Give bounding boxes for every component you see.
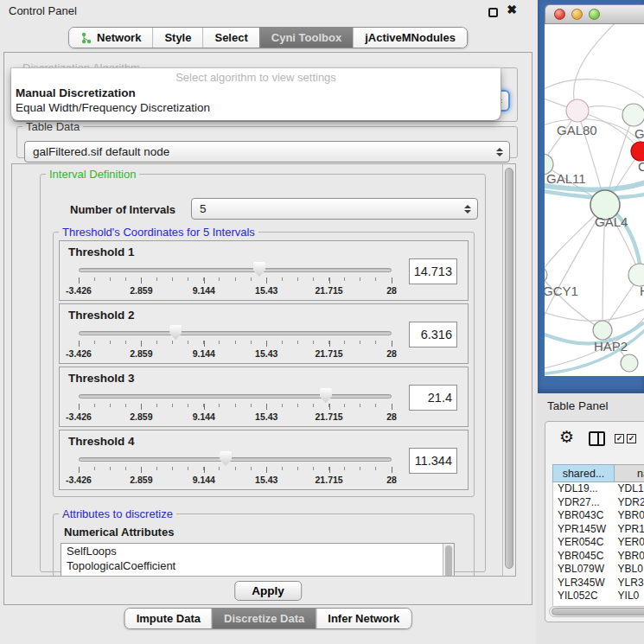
attribute-list-item[interactable]: SelfLoops (61, 544, 454, 558)
stepper-icon (496, 148, 503, 156)
scrollbar-thumb[interactable] (505, 168, 513, 569)
minimize-traffic-light-icon[interactable] (571, 9, 583, 20)
tab-infer-network[interactable]: Infer Network (316, 609, 411, 628)
slider-thumb[interactable] (253, 262, 265, 277)
tab-jactivemnodules[interactable]: jActiveMNodules (353, 28, 467, 48)
network-window-titlebar[interactable] (545, 4, 644, 24)
slider-track[interactable] (79, 394, 392, 399)
tab-cyni-toolbox[interactable]: Cyni Toolbox (259, 28, 353, 48)
node-hap2[interactable] (593, 321, 612, 340)
threshold-value-field[interactable]: 11.344 (409, 448, 457, 474)
threshold-value-field[interactable]: 21.4 (409, 385, 457, 411)
slider-thumb[interactable] (169, 325, 182, 340)
network-view-window: GAL80 GA C GAL11 GAL4 GCY1 H HAP2 (538, 0, 644, 393)
table-row[interactable]: YBR043CYBR0 (553, 509, 644, 523)
dropdown-option-manual[interactable]: Manual Discretization (11, 86, 501, 100)
node-partial-bottom[interactable] (621, 354, 638, 372)
node-gcy1[interactable] (545, 267, 547, 283)
threshold-panel: Threshold 3 -3.4262.8599.14415.4321.7152… (59, 367, 469, 427)
slider-thumb[interactable] (220, 451, 232, 466)
attribute-list-item[interactable]: TopologicalCoefficient (61, 558, 454, 573)
network-labels: GAL80 GA C GAL11 GAL4 GCY1 H HAP2 (545, 123, 644, 354)
checkbox-icon[interactable]: ✓ (627, 434, 636, 443)
tab-label: jActiveMNodules (365, 31, 456, 44)
num-intervals-label: Number of Intervals (70, 203, 175, 216)
table-data-combobox[interactable]: galFiltered.sif default node (24, 141, 510, 163)
tab-select[interactable]: Select (202, 28, 258, 48)
table-row[interactable]: YPR145WYPR1 (553, 523, 644, 537)
dropdown-option-equal-width[interactable]: Equal Width/Frequency Discretization (11, 100, 501, 115)
dropdown-hint: Select algorithm to view settings (11, 68, 501, 86)
slider-tick-labels: -3.4262.8599.14415.4321.71528 (79, 475, 392, 485)
tab-network[interactable]: Network (69, 28, 152, 48)
node-selected-red[interactable] (631, 142, 644, 161)
num-intervals-value: 5 (200, 202, 207, 215)
label-partial-h: H (640, 284, 644, 298)
slider-track[interactable] (79, 331, 392, 335)
attribute-list-item[interactable]: BetweennessCentrality (61, 573, 454, 577)
table-data-value: galFiltered.sif default node (33, 145, 169, 158)
node-partial-top[interactable] (622, 104, 644, 126)
table-header: shared... name (552, 464, 644, 482)
tab-discretize-data[interactable]: Discretize Data (212, 609, 316, 628)
table-row[interactable]: YBL079WYBL0 (553, 563, 644, 577)
vertical-scrollbar[interactable] (502, 164, 515, 576)
apply-button[interactable]: Apply (234, 581, 302, 601)
slider-tick-labels: -3.4262.8599.14415.4321.71528 (79, 285, 392, 296)
label-gal11: GAL11 (546, 171, 586, 186)
gear-icon[interactable]: ⚙ (559, 429, 574, 445)
table-cell: YIL052C (553, 590, 615, 603)
split-view-icon[interactable] (589, 431, 605, 446)
threshold-slider: -3.4262.8599.14415.4321.71528 (79, 241, 392, 300)
attributes-scrollbar[interactable] (443, 544, 454, 577)
table-cell: YBL0 (615, 563, 644, 577)
threshold-value-field[interactable]: 14.713 (409, 258, 457, 284)
column-header-name[interactable]: name (615, 464, 644, 482)
table-cell: YDL1 (615, 482, 644, 496)
tab-label: Infer Network (328, 612, 399, 625)
attributes-group-title: Attributes to discretize (59, 507, 176, 520)
slider-track[interactable] (79, 457, 392, 462)
threshold-slider: -3.4262.8599.14415.4321.71528 (79, 430, 392, 489)
zoom-traffic-light-icon[interactable] (589, 9, 600, 20)
slider-ticks (79, 404, 392, 411)
table-cell: YBR0 (615, 509, 644, 523)
checkbox-icon[interactable]: ✓ (615, 434, 624, 443)
network-canvas[interactable]: GAL80 GA C GAL11 GAL4 GCY1 H HAP2 (545, 24, 644, 376)
slider-track[interactable] (79, 268, 392, 272)
slider-thumb[interactable] (320, 388, 332, 403)
threshold-value-field[interactable]: 6.316 (409, 322, 457, 348)
slider-ticks (79, 277, 392, 284)
table-row[interactable]: YER054CYER0 (553, 536, 644, 550)
table-cell: YPR1 (615, 523, 644, 537)
table-row[interactable]: YLR345WYLR3 (553, 577, 644, 590)
cyni-toolbox-panel: Discretization Algorithm Select algorith… (3, 52, 532, 605)
label-partial-mid: C (638, 159, 644, 174)
table-panel-title: Table Panel (547, 399, 609, 412)
column-header-shared[interactable]: shared... (552, 464, 615, 482)
close-traffic-light-icon[interactable] (554, 9, 565, 20)
table-cell: YBR043C (553, 509, 615, 523)
table-cell: YLR3 (615, 577, 644, 590)
table-row[interactable]: YDL19...YDL1 (553, 482, 644, 496)
threshold-panel: Threshold 2 -3.4262.8599.14415.4321.7152… (59, 303, 469, 364)
table-row[interactable]: YDR27...YDR2 (553, 496, 644, 510)
scrollbar-thumb[interactable] (445, 545, 452, 577)
top-tab-bar: NetworkStyleSelectCyni ToolboxjActiveMNo… (68, 27, 468, 48)
threshold-panel: Threshold 4 -3.4262.8599.14415.4321.7152… (59, 430, 469, 490)
tab-impute-data[interactable]: Impute Data (125, 609, 212, 628)
table-cell: YBR045C (553, 550, 615, 564)
num-intervals-combobox[interactable]: 5 (191, 198, 478, 220)
label-partial-top: GA (634, 126, 644, 141)
table-row[interactable]: YIL052CYIL0 (553, 590, 644, 603)
close-icon[interactable]: ✖ (507, 3, 517, 16)
interval-definition-group: Interval Definition Number of Intervals … (40, 168, 486, 572)
float-icon[interactable] (488, 8, 498, 17)
horizontal-scrollbar[interactable] (549, 606, 644, 617)
table-row[interactable]: YBR045CYBR0 (553, 550, 644, 564)
slider-ticks (79, 467, 392, 474)
scrollbar-thumb[interactable] (552, 608, 644, 615)
label-gcy1: GCY1 (545, 284, 578, 298)
tab-style[interactable]: Style (152, 28, 202, 48)
node-gal80[interactable] (566, 99, 589, 122)
